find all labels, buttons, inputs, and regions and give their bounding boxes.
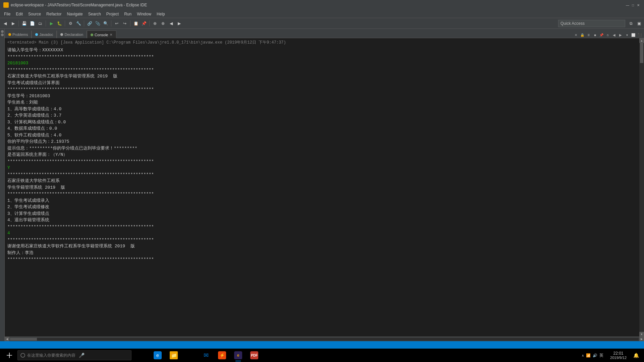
tab-problems[interactable]: Problems [5, 31, 32, 39]
search-icon [20, 353, 25, 358]
console-terminate-btn[interactable]: ■ [592, 32, 598, 38]
console-line: 2、学生考试成绩修改 [7, 204, 637, 210]
hscroll-left-arrow[interactable]: ◀ [5, 337, 9, 342]
view-menu-btn[interactable]: ▾ [624, 32, 630, 38]
console-line: 是否返回系统主界面：（Y/N） [7, 152, 637, 158]
toolbar-minimize-view-btn[interactable]: ▣ [635, 20, 643, 27]
console-line: Y [7, 165, 637, 171]
toolbar-btn7[interactable]: 📎 [94, 20, 101, 27]
hscroll-thumb[interactable] [10, 338, 37, 341]
mail-icon: ✉ [202, 351, 210, 359]
menu-file[interactable]: File [1, 10, 13, 18]
console-pause-btn[interactable]: ⏸ [586, 32, 592, 38]
tab-javadoc[interactable]: Javadoc [32, 31, 57, 39]
toolbar-back-btn[interactable]: ◀ [1, 20, 9, 27]
tray-chevron[interactable]: ∧ [582, 354, 584, 357]
app5-button[interactable]: ⚡ [215, 349, 229, 362]
left-gutter [0, 29, 5, 341]
toolbar-btn10[interactable]: ↪ [121, 20, 128, 27]
tab-declaration[interactable]: Declaration [57, 31, 87, 39]
toolbar-btn15[interactable]: ◀ [167, 20, 175, 27]
window-controls: — □ ✕ [625, 3, 641, 7]
menu-navigate[interactable]: Navigate [64, 10, 85, 18]
minimize-button[interactable]: — [625, 3, 630, 7]
start-button[interactable] [1, 349, 17, 362]
eclipse-taskbar-button[interactable]: e [231, 349, 246, 362]
status-bar [0, 341, 644, 349]
console-line: 你的平均学分绩点为：2.19375 [7, 138, 637, 145]
system-clock[interactable]: 22:01 2019/9/12 [607, 349, 629, 362]
toolbar-btn2[interactable]: 📄 [29, 20, 36, 27]
toolbar-btn12[interactable]: 📌 [140, 20, 148, 27]
windows-icon [7, 353, 12, 358]
menu-search[interactable]: Search [86, 10, 104, 18]
maximize-button[interactable]: □ [631, 3, 635, 7]
toolbar-btn5[interactable]: 🔧 [75, 20, 82, 27]
view-maximize-btn[interactable]: ⬜ [630, 32, 636, 38]
pdf-button[interactable]: PDF [247, 349, 262, 362]
console-line: ****************************************… [7, 191, 637, 197]
view-minimize-btn[interactable]: ⬛ [637, 32, 643, 38]
console-line: 制作人：李浩 [7, 250, 637, 256]
menu-edit[interactable]: Edit [13, 10, 25, 18]
console-line: ****************************************… [7, 86, 637, 93]
menu-run[interactable]: Run [121, 10, 134, 18]
console-line: ****************************************… [7, 256, 637, 263]
language-indicator[interactable]: 英 [599, 353, 603, 358]
menu-refactor[interactable]: Refactor [44, 10, 64, 18]
task-view-button[interactable]: ⧉ [134, 349, 149, 362]
vscroll-down-arrow[interactable]: ▼ [639, 332, 644, 337]
close-button[interactable]: ✕ [636, 3, 641, 7]
vscroll-track[interactable] [639, 43, 644, 332]
toolbar-btn16[interactable]: ▶ [175, 20, 183, 27]
toolbar-btn13[interactable]: ⊕ [151, 20, 159, 27]
toolbar-save-btn[interactable]: 💾 [20, 20, 28, 27]
console-tab-close[interactable]: ✕ [109, 33, 113, 37]
javadoc-tab-icon [35, 33, 38, 36]
menu-project[interactable]: Project [104, 10, 121, 18]
hscroll-track[interactable] [10, 338, 639, 341]
toolbar-btn3[interactable]: 🗂 [37, 20, 44, 27]
menu-help[interactable]: Help [154, 10, 168, 18]
horizontal-scrollbar[interactable]: ◀ ▶ [5, 337, 644, 341]
console-lock-btn[interactable]: 🔒 [579, 32, 585, 38]
console-line: 石家庄铁道大学软件工程系学生学籍管理系统 2019 版 [7, 73, 637, 80]
toolbar-btn4[interactable]: ⚙ [67, 20, 74, 27]
hscroll-right-arrow[interactable]: ▶ [639, 337, 644, 342]
toolbar-btn9[interactable]: ↩ [113, 20, 120, 27]
vscroll-thumb[interactable] [640, 43, 643, 63]
console-prev-btn[interactable]: ◀ [611, 32, 617, 38]
vscroll-up-arrow[interactable]: ▲ [639, 38, 644, 43]
console-open-btn[interactable]: ⎋ [605, 32, 611, 38]
microphone-icon[interactable]: 🎤 [79, 353, 85, 358]
console-line: 3、计算学生成绩绩点 [7, 210, 637, 217]
toolbar-perspective-btn[interactable]: ⧉ [627, 20, 635, 27]
notification-button[interactable]: 🔔 [631, 349, 641, 362]
toolbar-btn6[interactable]: 🔗 [86, 20, 93, 27]
store-button[interactable]: 🛍 [182, 349, 197, 362]
edge-button[interactable]: e [150, 349, 165, 362]
tab-javadoc-label: Javadoc [39, 33, 53, 37]
toolbar-run-btn[interactable]: ▶ [48, 20, 55, 27]
console-area[interactable]: <terminated> Main (3) [Java Application]… [5, 38, 639, 337]
menu-source[interactable]: Source [25, 10, 44, 18]
vertical-scrollbar[interactable]: ▲ ▼ [639, 38, 644, 337]
console-pin-btn[interactable]: 📌 [598, 32, 604, 38]
console-clear-btn[interactable]: ✕ [573, 32, 579, 38]
file-explorer-button[interactable]: 📁 [166, 349, 181, 362]
menu-window[interactable]: Window [134, 10, 154, 18]
toolbar-btn11[interactable]: 📋 [132, 20, 140, 27]
toolbar-sep-2 [46, 20, 46, 26]
quick-access-box[interactable]: Quick Access [558, 20, 625, 27]
console-line: 1、学生考试成绩录入 [7, 197, 637, 204]
toolbar-forward-btn[interactable]: ▶ [9, 20, 17, 27]
quick-access-label: Quick Access [560, 21, 585, 26]
toolbar-btn8[interactable]: 🔍 [102, 20, 109, 27]
volume-icon[interactable]: 🔊 [593, 353, 597, 358]
toolbar-btn14[interactable]: ⊗ [159, 20, 167, 27]
tab-console[interactable]: Console ✕ [87, 31, 116, 39]
console-next-btn[interactable]: ▶ [618, 32, 624, 38]
taskbar-search[interactable]: 在这里输入你要搜索的内容 🎤 [17, 350, 131, 360]
toolbar-debug-btn[interactable]: 🐛 [56, 20, 63, 27]
mail-button[interactable]: ✉ [199, 349, 213, 362]
